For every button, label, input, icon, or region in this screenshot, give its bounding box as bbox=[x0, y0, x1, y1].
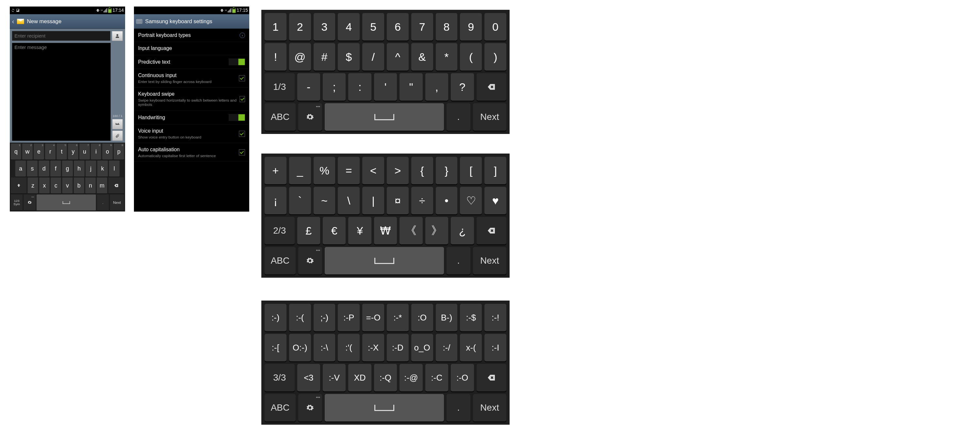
key[interactable]: ^ bbox=[387, 43, 409, 71]
key-o[interactable]: 9o bbox=[102, 143, 113, 159]
key[interactable]: :-$ bbox=[460, 304, 482, 331]
settings-key[interactable]: ••• bbox=[298, 103, 322, 131]
key[interactable]: # bbox=[313, 43, 336, 71]
symbol-key[interactable]: 123Sym bbox=[11, 194, 22, 210]
key[interactable]: % bbox=[313, 157, 336, 184]
space-key[interactable] bbox=[325, 103, 444, 131]
key[interactable]: ¤ bbox=[387, 187, 409, 214]
period-key[interactable]: . bbox=[97, 194, 109, 210]
key-p[interactable]: 0p bbox=[114, 143, 124, 159]
settings-key[interactable]: ••• bbox=[24, 194, 35, 210]
key-w[interactable]: 2w bbox=[22, 143, 33, 159]
key[interactable]: 》 bbox=[425, 217, 448, 244]
key[interactable]: $ bbox=[338, 43, 360, 71]
key[interactable]: { bbox=[411, 157, 433, 184]
key[interactable]: } bbox=[436, 157, 458, 184]
key[interactable]: | bbox=[362, 187, 384, 214]
key[interactable]: = bbox=[338, 157, 360, 184]
key[interactable]: :-( bbox=[289, 304, 311, 331]
page-key[interactable]: 3/3 bbox=[265, 364, 295, 391]
key[interactable]: " bbox=[399, 73, 422, 101]
key-l[interactable]: l bbox=[109, 161, 119, 176]
key[interactable]: :-) bbox=[265, 304, 286, 331]
key[interactable]: :-I bbox=[484, 334, 506, 361]
key-t[interactable]: 5t bbox=[57, 143, 67, 159]
key[interactable]: 6 bbox=[387, 13, 409, 41]
pick-contact-button[interactable] bbox=[112, 31, 123, 41]
next-key[interactable]: Next bbox=[473, 394, 506, 421]
key-k[interactable]: k bbox=[97, 161, 108, 176]
key[interactable]: ! bbox=[265, 43, 286, 71]
key[interactable]: * bbox=[436, 43, 458, 71]
key[interactable]: _ bbox=[289, 157, 311, 184]
key[interactable]: 4 bbox=[338, 13, 360, 41]
backspace-key[interactable] bbox=[477, 73, 507, 101]
abc-key[interactable]: ABC bbox=[265, 247, 296, 274]
checkbox[interactable] bbox=[239, 75, 245, 81]
settings-row[interactable]: Portrait keyboard types› bbox=[134, 29, 249, 42]
key[interactable]: : bbox=[348, 73, 371, 101]
abc-key[interactable]: ABC bbox=[265, 394, 296, 421]
key-d[interactable]: d bbox=[38, 161, 49, 176]
key[interactable]: & bbox=[411, 43, 433, 71]
key[interactable]: ? bbox=[451, 73, 474, 101]
toggle-switch[interactable] bbox=[229, 114, 245, 121]
key-m[interactable]: m bbox=[97, 177, 107, 193]
message-input[interactable]: Enter message bbox=[12, 43, 111, 141]
key[interactable]: - bbox=[297, 73, 320, 101]
key-b[interactable]: b bbox=[74, 177, 84, 193]
key[interactable]: <3 bbox=[297, 364, 320, 391]
key[interactable]: ÷ bbox=[411, 187, 433, 214]
key[interactable]: B-) bbox=[436, 304, 458, 331]
key[interactable]: ♥ bbox=[484, 187, 506, 214]
key[interactable]: :-O bbox=[451, 364, 474, 391]
key-y[interactable]: 6y bbox=[68, 143, 78, 159]
recipient-input[interactable] bbox=[12, 31, 110, 41]
key[interactable]: :-X bbox=[362, 334, 384, 361]
key-a[interactable]: a bbox=[15, 161, 26, 176]
key[interactable]: ¿ bbox=[451, 217, 474, 244]
key-j[interactable]: j bbox=[86, 161, 96, 176]
settings-key[interactable]: ••• bbox=[298, 247, 322, 274]
key-h[interactable]: h bbox=[74, 161, 84, 176]
key[interactable]: ¥ bbox=[348, 217, 371, 244]
key[interactable]: ( bbox=[460, 43, 482, 71]
key-r[interactable]: 4r bbox=[45, 143, 56, 159]
key[interactable]: :-[ bbox=[265, 334, 286, 361]
back-button[interactable]: ‹ bbox=[12, 18, 14, 25]
key[interactable]: XD bbox=[348, 364, 371, 391]
shift-key[interactable] bbox=[11, 177, 27, 193]
settings-key[interactable]: ••• bbox=[298, 394, 322, 421]
key[interactable]: :-/ bbox=[436, 334, 458, 361]
key[interactable]: :-Q bbox=[374, 364, 397, 391]
key[interactable]: ; bbox=[323, 73, 345, 101]
key-e[interactable]: 3e bbox=[33, 143, 44, 159]
key[interactable]: :O bbox=[411, 304, 433, 331]
key[interactable]: ;-) bbox=[313, 304, 336, 331]
period-key[interactable]: . bbox=[447, 103, 470, 131]
key[interactable]: > bbox=[387, 157, 409, 184]
abc-key[interactable]: ABC bbox=[265, 103, 296, 131]
key-f[interactable]: f bbox=[50, 161, 61, 176]
key[interactable]: + bbox=[265, 157, 286, 184]
key-n[interactable]: n bbox=[85, 177, 96, 193]
backspace-key[interactable] bbox=[108, 177, 124, 193]
key[interactable]: :-V bbox=[323, 364, 345, 391]
key-v[interactable]: v bbox=[62, 177, 73, 193]
page-key[interactable]: 2/3 bbox=[265, 217, 295, 244]
next-key[interactable]: Next bbox=[473, 247, 506, 274]
space-key[interactable] bbox=[37, 194, 96, 210]
key[interactable]: :-* bbox=[387, 304, 409, 331]
period-key[interactable]: . bbox=[447, 394, 470, 421]
key[interactable]: 0 bbox=[484, 13, 506, 41]
checkbox[interactable] bbox=[239, 131, 245, 137]
key[interactable]: / bbox=[362, 43, 384, 71]
key[interactable]: @ bbox=[289, 43, 311, 71]
key[interactable]: o_O bbox=[411, 334, 433, 361]
key[interactable]: :-\ bbox=[313, 334, 336, 361]
key[interactable]: 1 bbox=[265, 13, 286, 41]
key[interactable]: O:-) bbox=[289, 334, 311, 361]
key[interactable]: :-@ bbox=[399, 364, 422, 391]
key[interactable]: • bbox=[436, 187, 458, 214]
space-key[interactable] bbox=[325, 394, 444, 421]
